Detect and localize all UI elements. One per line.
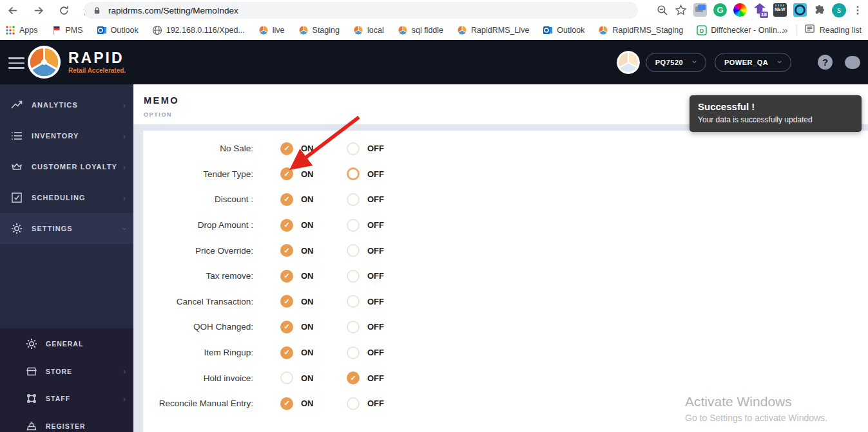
off-label: OFF	[367, 348, 393, 357]
bookmarks-overflow-icon[interactable]: »	[782, 24, 787, 35]
bookmark-item[interactable]: live	[258, 25, 285, 35]
address-bar[interactable]: rapidrms.com/Setting/MemoIndex	[84, 2, 638, 19]
rapid-logo[interactable]: RAPID Retail Accelerated.	[27, 45, 126, 79]
apps-grid-icon	[5, 25, 15, 35]
off-radio[interactable]: ✓	[347, 321, 360, 333]
bookmark-star-icon[interactable]	[675, 4, 687, 16]
rapid-pie-icon	[457, 25, 467, 35]
option-label: Hold invoice:	[143, 373, 253, 383]
bookmark-item[interactable]: sql fiddle	[398, 25, 443, 35]
rapid-pie-icon	[298, 25, 309, 35]
colorwheel-extension-icon[interactable]	[733, 3, 747, 17]
on-radio[interactable]: ✓	[280, 142, 293, 155]
bookmark-item[interactable]: Staging	[298, 25, 340, 35]
on-radio[interactable]: ✓	[280, 270, 293, 283]
on-radio[interactable]: ✓	[280, 321, 293, 333]
sidebar-subitem[interactable]: STORE ›	[0, 358, 133, 386]
off-radio[interactable]: ✓	[347, 371, 360, 384]
option-label: QOH Changed:	[143, 322, 253, 332]
help-icon[interactable]: ?	[818, 55, 833, 70]
outlook-icon	[97, 25, 107, 35]
sidebar-subitem[interactable]: GENERAL	[0, 330, 133, 358]
hamburger-menu-icon[interactable]	[8, 57, 24, 72]
on-label: ON	[301, 246, 327, 256]
refresh-icon[interactable]	[57, 3, 71, 17]
sidebar-item[interactable]: ANALYTICS ›	[0, 89, 133, 120]
browser-profile-avatar[interactable]: s	[832, 3, 846, 17]
bookmark-item[interactable]: 192.168.0.116/Xped...	[152, 25, 245, 35]
diffchecker-icon: D	[697, 25, 707, 35]
reading-list-button[interactable]: Reading list	[804, 23, 862, 37]
new-tab-extension-icon[interactable]: NEW	[773, 3, 787, 17]
option-row: Price Override: ✓ ON ✓ OFF	[143, 238, 868, 263]
sidebar-subitem[interactable]: STAFF ›	[0, 385, 133, 413]
bookmark-item[interactable]: local	[353, 25, 384, 35]
off-radio[interactable]: ✓	[347, 193, 360, 206]
on-radio[interactable]: ✓	[280, 193, 293, 206]
zoom-out-icon[interactable]	[656, 4, 668, 16]
register-icon	[24, 420, 38, 432]
staff-icon	[24, 392, 38, 406]
extensions-puzzle-icon[interactable]	[813, 4, 825, 16]
chevron-icon: ›	[123, 100, 126, 110]
check-icon: ✓	[284, 272, 289, 279]
update-extension-icon[interactable]: 18	[753, 3, 767, 17]
on-radio[interactable]: ✓	[280, 371, 293, 384]
on-radio[interactable]: ✓	[280, 295, 293, 308]
success-toast[interactable]: Successful ! Your data is successfully u…	[690, 95, 862, 132]
on-radio[interactable]: ✓	[280, 346, 293, 359]
off-radio[interactable]: ✓	[347, 142, 360, 155]
off-label: OFF	[367, 271, 393, 281]
on-radio[interactable]: ✓	[280, 397, 293, 410]
store-icon	[24, 364, 38, 378]
off-radio[interactable]: ✓	[347, 295, 360, 308]
forward-icon[interactable]	[31, 3, 45, 17]
user-avatar[interactable]	[617, 51, 640, 74]
off-radio[interactable]: ✓	[347, 397, 360, 410]
bookmark-item[interactable]: Apps	[5, 25, 38, 35]
inventory-icon	[10, 129, 23, 143]
register-select[interactable]: PQ7520 ›	[646, 53, 706, 72]
off-radio[interactable]: ✓	[347, 270, 360, 283]
off-label: OFF	[367, 220, 393, 230]
extension-badge: 18	[760, 12, 768, 18]
sidebar-subitem[interactable]: REGISTER	[0, 413, 133, 432]
globe-icon	[152, 25, 162, 35]
sidebar-item[interactable]: SETTINGS ›	[0, 213, 133, 244]
sidebar-item[interactable]: INVENTORY ›	[0, 120, 133, 151]
chevron-icon: ›	[123, 366, 126, 376]
checkbox-icon	[10, 191, 23, 205]
on-label: ON	[301, 373, 327, 383]
cyan-extension-icon[interactable]	[793, 3, 807, 17]
sidebar-item[interactable]: CUSTOMER LOYALTY ›	[0, 151, 133, 182]
on-radio[interactable]: ✓	[280, 219, 293, 232]
bookmark-item[interactable]: PMS	[52, 25, 83, 35]
bookmark-item[interactable]: Outlook	[543, 25, 584, 35]
option-label: Tax remove:	[143, 271, 253, 281]
sidebar-item[interactable]: SCHEDULING ›	[0, 182, 133, 213]
on-radio[interactable]: ✓	[280, 244, 293, 257]
url-text: rapidrms.com/Setting/MemoIndex	[108, 6, 238, 15]
browser-menu-icon[interactable]: ⋮	[853, 4, 863, 16]
bookmark-item[interactable]: D Diffchecker - Onlin...	[697, 25, 784, 35]
back-icon[interactable]	[6, 3, 20, 17]
off-radio[interactable]: ✓	[347, 346, 360, 359]
user-select[interactable]: POWER_QA ›	[715, 53, 791, 72]
screenshot-extension-icon[interactable]	[693, 3, 707, 17]
on-label: ON	[301, 169, 327, 179]
option-row: Item Ringup: ✓ ON ✓ OFF	[143, 340, 868, 366]
off-radio[interactable]: ✓	[347, 167, 360, 180]
off-radio[interactable]: ✓	[347, 219, 360, 232]
off-radio[interactable]: ✓	[347, 244, 360, 257]
option-label: Price Override:	[143, 246, 253, 256]
bookmark-item[interactable]: RapidRMS_Live	[457, 25, 529, 35]
grammarly-extension-icon[interactable]: G	[713, 3, 727, 17]
chevron-icon: ›	[123, 131, 126, 141]
bookmark-item[interactable]: Outlook	[97, 25, 139, 35]
option-row: No Sale: ✓ ON ✓ OFF	[143, 136, 868, 162]
bookmark-item[interactable]: RapidRMS_Staging	[598, 25, 683, 35]
option-label: Drop Amount :	[143, 220, 253, 230]
chat-icon[interactable]	[845, 56, 860, 69]
on-radio[interactable]: ✓	[280, 167, 293, 180]
browser-toolbar: rapidrms.com/Setting/MemoIndex G 18 NEW …	[0, 0, 868, 20]
